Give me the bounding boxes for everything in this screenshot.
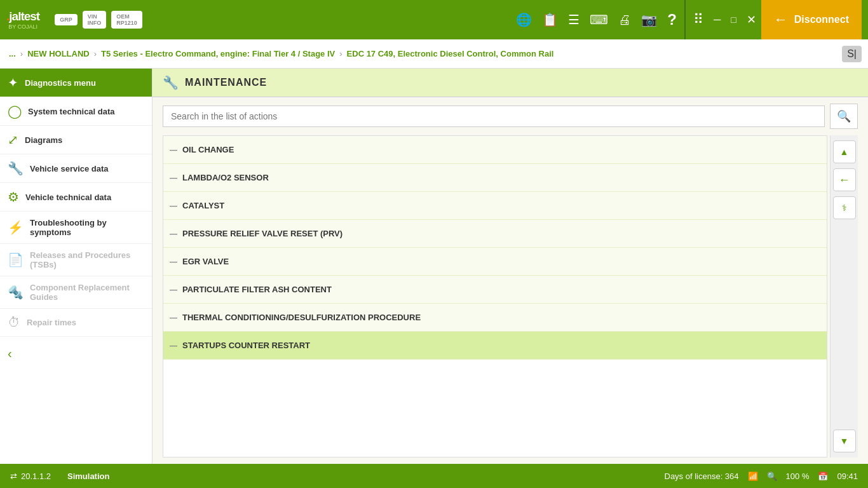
zoom-icon: 🔍 [767,471,777,481]
search-button[interactable]: 🔍 [830,104,858,129]
oem-badge[interactable]: OEM RP1210 [111,11,142,29]
action-item-pressure-relief[interactable]: PRESSURE RELIEF VALVE RESET (PRV) [163,220,827,248]
maximize-icon[interactable]: □ [731,15,736,25]
action-item-lambda[interactable]: LAMBDA/O2 SENSOR [163,164,827,192]
scroll-down-button[interactable]: ▼ [833,430,856,452]
sidebar-item-troubleshooting[interactable]: ⚡ Troubleshooting by symptoms [0,212,152,244]
action-list: OIL CHANGE LAMBDA/O2 SENSOR CATALYST PRE… [163,135,827,458]
usb-icon: ⇄ [10,471,17,481]
scroll-up-button[interactable]: ▲ [833,140,856,163]
action-item-catalyst[interactable]: CATALYST [163,192,827,220]
zoom-value: 100 % [786,471,810,481]
content-area: 🔧 MAINTENANCE 🔍 OIL CHANGE LAMBDA/O2 SEN… [153,69,868,464]
sidebar-label-releases: Releases and Procedures (TSBs) [30,250,144,269]
status-bar: ⇄ 20.1.1.2 Simulation Days of license: 3… [0,464,868,488]
time-label: 09:41 [837,471,858,481]
content-title: MAINTENANCE [185,77,267,88]
camera-icon[interactable]: 📷 [641,12,657,27]
vehicle-tech-icon: ⚙ [8,189,19,205]
sidebar-item-vehicle-service-data[interactable]: 🔧 Vehicle service data [0,154,152,183]
status-left: ⇄ 20.1.1.2 Simulation [10,471,109,481]
action-item-particulate-filter[interactable]: PARTICULATE FILTER ASH CONTENT [163,276,827,304]
action-item-oil-change[interactable]: OIL CHANGE [163,136,827,164]
diagnostics-tool-icon[interactable]: ⚕ [833,196,856,219]
wrench-icon: 🔧 [163,75,179,90]
sidebar: ✦ Diagnostics menu ◯ System technical da… [0,69,153,464]
help-icon[interactable]: ? [667,11,677,29]
minimize-icon[interactable]: ─ [714,14,721,25]
logo-area: .jaltest BY COJALI [6,10,39,30]
print-icon[interactable]: 🖨 [618,13,631,27]
breadcrumb-item1[interactable]: NEW HOLLAND [27,49,90,58]
sidebar-item-vehicle-technical-data[interactable]: ⚙ Vehicle technical data [0,183,152,212]
status-right: Days of license: 364 📶 🔍 100 % 📅 09:41 [665,471,858,481]
action-item-egr-valve[interactable]: EGR VALVE [163,248,827,276]
close-icon[interactable]: ✕ [747,13,756,27]
document-icon[interactable]: 📋 [542,12,558,27]
disconnect-button[interactable]: ← Disconnect [761,0,862,39]
sidebar-label-troubleshooting: Troubleshooting by symptoms [30,218,144,237]
version-label: 20.1.1.2 [21,471,51,481]
sidebar-item-component-guides: 🔩 Component Replacement Guides [0,276,152,309]
main-layout: ✦ Diagnostics menu ◯ System technical da… [0,69,868,464]
sidebar-label-component-guides: Component Replacement Guides [30,283,144,302]
sidebar-label-system-technical-data: System technical data [28,107,115,116]
vehicle-service-icon: 🔧 [8,161,24,176]
back-button[interactable]: ← [833,168,856,191]
calendar-icon: 📅 [818,471,828,481]
breadcrumb-item2[interactable]: T5 Series - Electro Command, engine: Fin… [101,49,335,58]
logo: .jaltest BY COJALI [6,10,39,30]
top-toolbar: .jaltest BY COJALI GRP VIN INFO OEM RP12… [0,0,868,39]
sidebar-label-repair-times: Repair times [27,318,76,327]
sidebar-item-releases: 📄 Releases and Procedures (TSBs) [0,244,152,276]
vin-badge[interactable]: VIN INFO [83,11,107,29]
diagnostics-icon: ✦ [8,75,18,90]
logo-sub: BY COJALI [8,24,37,30]
search-bar-row: 🔍 [153,97,868,135]
sidebar-toggle-icon[interactable]: S| [842,46,862,62]
sidebar-label-diagrams: Diagrams [25,135,62,145]
action-item-thermal-conditioning[interactable]: THERMAL CONDITIONING/DESULFURIZATION PRO… [163,304,827,332]
sidebar-collapse-button[interactable]: ‹ [0,337,152,370]
list-icon[interactable]: ☰ [568,12,580,27]
apps-icon[interactable]: ⠿ [693,11,703,28]
wifi-icon: 📶 [748,471,758,481]
sidebar-item-diagrams[interactable]: ⤢ Diagrams [0,126,152,154]
search-input[interactable] [163,105,825,127]
disconnect-arrow-icon: ← [774,11,788,28]
component-icon: 🔩 [8,285,24,300]
diagrams-icon: ⤢ [8,132,18,147]
keyboard-icon[interactable]: ⌨ [590,12,608,27]
action-item-startups-counter[interactable]: STARTUPS COUNTER RESTART [163,332,827,360]
sidebar-label-vehicle-technical-data: Vehicle technical data [25,193,111,202]
sidebar-item-system-technical-data[interactable]: ◯ System technical data [0,97,152,126]
mode-label: Simulation [67,471,109,481]
releases-icon: 📄 [8,252,24,268]
collapse-arrow-icon: ‹ [8,346,12,361]
troubleshooting-icon: ⚡ [8,220,24,235]
grp-badge[interactable]: GRP [55,14,78,25]
license-text: Days of license: 364 [665,471,739,481]
sidebar-item-repair-times: ⏱ Repair times [0,309,152,337]
globe-icon[interactable]: 🌐 [516,12,532,27]
sidebar-item-diagnostics-menu[interactable]: ✦ Diagnostics menu [0,69,152,97]
sidebar-label-vehicle-service-data: Vehicle service data [30,164,109,173]
right-buttons: ▲ ← ⚕ ▼ [830,135,858,458]
repair-times-icon: ⏱ [8,315,20,330]
breadcrumb-item3[interactable]: EDC 17 C49, Electronic Diesel Control, C… [347,49,554,58]
content-header: 🔧 MAINTENANCE [153,69,868,97]
sidebar-label-diagnostics-menu: Diagnostics menu [25,78,96,88]
system-tech-icon: ◯ [8,104,22,119]
breadcrumb-dots[interactable]: ... [9,49,16,58]
breadcrumb: ... › NEW HOLLAND › T5 Series - Electro … [0,39,868,69]
